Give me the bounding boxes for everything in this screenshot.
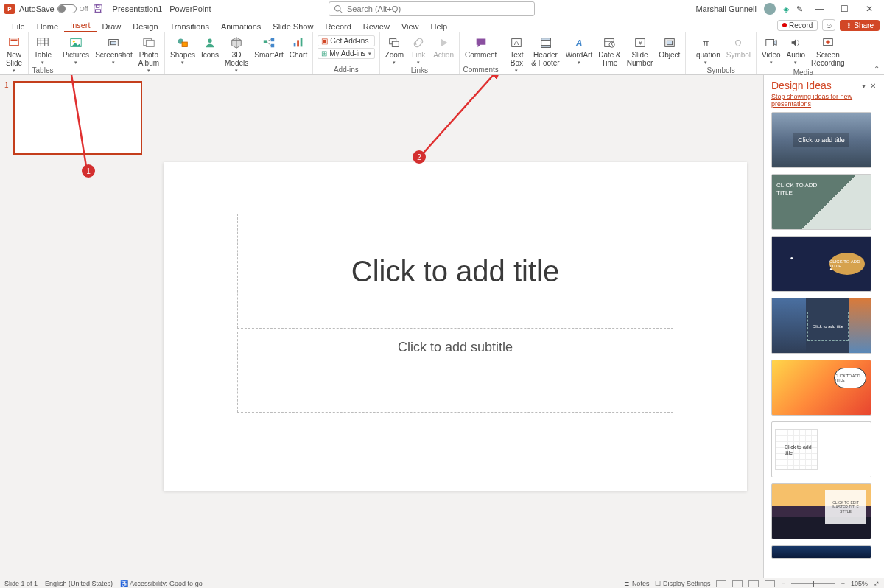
zoom-out-button[interactable]: − — [781, 580, 785, 587]
status-language[interactable]: English (United States) — [45, 580, 113, 587]
record-dot-icon — [782, 23, 787, 27]
sorter-view-button[interactable] — [732, 580, 743, 587]
collapse-ribbon-button[interactable]: ⌃ — [874, 65, 880, 73]
date-time-button[interactable]: Date & Time — [596, 34, 623, 69]
slide[interactable]: Click to add title Click to add subtitle — [164, 162, 747, 491]
chart-button[interactable]: Chart — [287, 34, 309, 60]
design-ideas-list[interactable]: Click to add title CLICK TO ADD TITLE CL… — [764, 112, 884, 578]
chevron-down-icon: ▾ — [13, 68, 15, 73]
tab-insert[interactable]: Insert — [64, 19, 97, 32]
pictures-icon — [69, 35, 83, 50]
icons-button[interactable]: Icons — [199, 34, 221, 60]
subtitle-placeholder[interactable]: Click to add subtitle — [237, 332, 673, 413]
stop-showing-link[interactable]: Stop showing ideas for new presentations — [764, 93, 884, 112]
design-idea-item[interactable]: Click to add title — [771, 421, 871, 477]
zoom-level[interactable]: 105% — [851, 580, 868, 587]
autosave-state: Off — [80, 5, 88, 13]
feedback-button[interactable]: ☺ — [822, 19, 835, 31]
addins-icon: ⊞ — [321, 49, 327, 57]
my-addins-button[interactable]: ⊞My Add-ins ▾ — [318, 48, 374, 59]
group-symbols: πEquation▾ ΩSymbol Symbols — [686, 32, 757, 74]
wordart-button[interactable]: AWordArt▾ — [564, 34, 595, 66]
thumbnail-preview[interactable] — [13, 81, 142, 155]
reading-view-button[interactable] — [748, 580, 759, 587]
group-text: AText Box▾ Header & Footer AWordArt▾ Dat… — [502, 32, 686, 74]
symbol-icon: Ω — [732, 35, 745, 50]
pen-icon[interactable]: ✎ — [796, 4, 803, 14]
normal-view-button[interactable] — [716, 580, 726, 587]
avatar[interactable] — [764, 3, 776, 15]
zoom-icon — [387, 35, 401, 50]
design-idea-item[interactable]: Click to add title — [771, 298, 871, 354]
status-accessibility[interactable]: ♿ Accessibility: Good to go — [120, 580, 203, 587]
tab-draw[interactable]: Draw — [97, 21, 127, 32]
get-addins-button[interactable]: ▣Get Add-ins — [318, 35, 374, 46]
shapes-button[interactable]: Shapes▾ — [168, 34, 197, 66]
tab-animations[interactable]: Animations — [215, 21, 267, 32]
screenshot-button[interactable]: Screenshot▾ — [93, 34, 135, 66]
slide-canvas-area[interactable]: Click to add title Click to add subtitle — [147, 75, 763, 578]
notes-button[interactable]: ≣ Notes — [624, 580, 649, 587]
close-button[interactable]: ✕ — [860, 1, 878, 16]
display-settings-button[interactable]: ☐ Display Settings — [655, 580, 710, 587]
svg-rect-33 — [541, 38, 550, 41]
autosave-toggle[interactable]: AutoSave Off — [19, 4, 88, 13]
tab-file[interactable]: File — [6, 21, 31, 32]
status-slide[interactable]: Slide 1 of 1 — [4, 580, 38, 587]
zoom-in-button[interactable]: + — [841, 580, 845, 587]
screen-recording-button[interactable]: Screen Recording — [809, 34, 847, 69]
svg-text:π: π — [703, 38, 709, 49]
tab-view[interactable]: View — [396, 21, 425, 32]
date-time-icon — [603, 35, 616, 50]
tab-review[interactable]: Review — [357, 21, 396, 32]
svg-point-48 — [826, 40, 829, 43]
new-slide-button[interactable]: New Slide▾ — [3, 34, 25, 74]
share-button[interactable]: ⇪Share — [840, 20, 880, 31]
slideshow-view-button[interactable] — [765, 580, 775, 587]
slide-thumbnail[interactable]: 1 — [4, 81, 142, 155]
object-button[interactable]: Object — [656, 34, 682, 60]
equation-button[interactable]: πEquation▾ — [689, 34, 722, 66]
diamond-icon[interactable]: ◈ — [783, 4, 789, 14]
slide-thumbnail-pane[interactable]: 1 — [0, 75, 147, 578]
smartart-button[interactable]: SmartArt — [252, 34, 285, 60]
tab-record[interactable]: Record — [319, 21, 357, 32]
svg-marker-46 — [774, 40, 776, 45]
audio-button[interactable]: Audio▾ — [785, 34, 808, 66]
zoom-button[interactable]: Zoom▾ — [383, 34, 407, 66]
tab-design[interactable]: Design — [127, 21, 164, 32]
header-footer-button[interactable]: Header & Footer — [529, 34, 561, 69]
link-icon — [412, 35, 425, 50]
tab-home[interactable]: Home — [31, 21, 64, 32]
design-idea-item[interactable] — [771, 545, 871, 559]
photo-album-button[interactable]: Photo Album▾ — [136, 34, 161, 74]
minimize-button[interactable]: — — [810, 1, 828, 16]
3d-models-button[interactable]: 3D Models▾ — [222, 34, 250, 74]
tab-transitions[interactable]: Transitions — [164, 21, 215, 32]
fit-to-window-button[interactable]: ⤢ — [874, 580, 880, 587]
close-pane-button[interactable]: ✕ — [868, 82, 878, 90]
user-name[interactable]: Marshall Gunnell — [695, 4, 757, 13]
text-box-button[interactable]: AText Box▾ — [505, 34, 527, 74]
pane-options-button[interactable]: ▾ — [860, 82, 868, 90]
save-icon[interactable] — [93, 4, 103, 14]
search-input[interactable]: Search (Alt+Q) — [329, 1, 535, 16]
video-button[interactable]: Video▾ — [760, 34, 782, 66]
design-idea-item[interactable]: Click to add title — [771, 112, 871, 168]
zoom-slider[interactable] — [791, 583, 835, 584]
comment-button[interactable]: Comment — [463, 34, 499, 60]
chevron-down-icon: ▾ — [578, 60, 580, 65]
table-button[interactable]: Table▾ — [32, 34, 54, 66]
svg-rect-2 — [95, 10, 100, 13]
design-idea-item[interactable]: CLICK TO ADD TITLE — [771, 236, 871, 292]
record-button[interactable]: Record — [777, 20, 818, 31]
title-placeholder[interactable]: Click to add title — [237, 214, 673, 329]
design-idea-item[interactable]: CLICK TO ADD TITLE — [771, 174, 871, 230]
slide-number-button[interactable]: #Slide Number — [625, 34, 656, 69]
pictures-button[interactable]: Pictures▾ — [60, 34, 91, 66]
tab-help[interactable]: Help — [425, 21, 454, 32]
tab-slideshow[interactable]: Slide Show — [267, 21, 319, 32]
design-idea-item[interactable]: CLICK TO EDIT MASTER TITLE STYLE — [771, 483, 871, 539]
design-idea-item[interactable]: CLICK TO ADD TITLE — [771, 360, 871, 416]
maximize-button[interactable]: ☐ — [835, 1, 853, 16]
